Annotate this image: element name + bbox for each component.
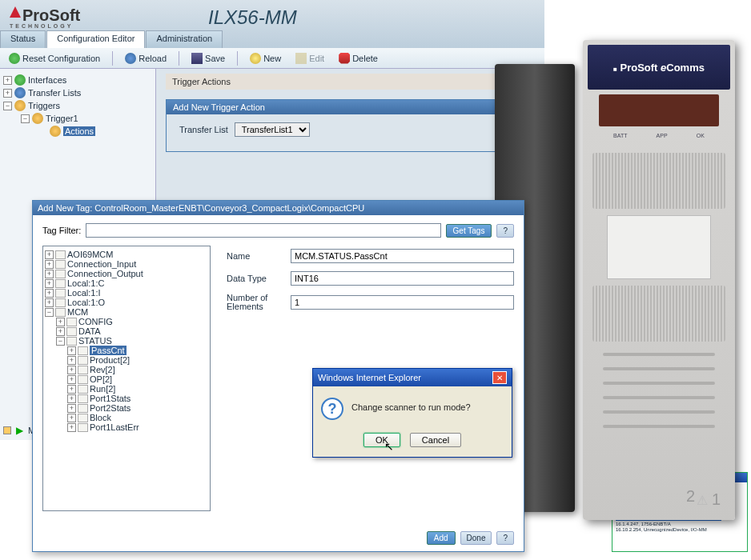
tag-node[interactable]: +DATA bbox=[56, 326, 208, 336]
cancel-button[interactable]: Cancel bbox=[410, 433, 461, 447]
x-icon bbox=[339, 53, 350, 64]
tag-icon bbox=[55, 289, 66, 298]
collapse-icon[interactable]: − bbox=[3, 102, 12, 110]
tag-tree[interactable]: +AOI69MCM +Connection_Input +Connection_… bbox=[42, 246, 211, 511]
brand-logo: ProSoft TECHNOLOGY bbox=[10, 6, 80, 29]
separator bbox=[179, 51, 179, 66]
hw-brand-text: ■ ProSoft eComms bbox=[613, 62, 705, 74]
tag-node[interactable]: +AOI69MCM bbox=[45, 250, 208, 259]
tag-node[interactable]: +Connection_Input bbox=[45, 259, 208, 269]
tag-icon bbox=[55, 250, 66, 259]
actions-icon bbox=[50, 126, 61, 137]
tag-icon bbox=[66, 337, 77, 346]
collapse-icon[interactable]: − bbox=[21, 114, 30, 123]
ie-message: Change scanner to run mode? bbox=[351, 398, 471, 412]
tag-icon bbox=[78, 414, 88, 422]
play-icon[interactable]: ▶ bbox=[16, 425, 23, 436]
hardware-module: ■ ProSoft eComms BATT APP OK 2 ⚠ 1 bbox=[495, 40, 735, 536]
num-input[interactable] bbox=[291, 295, 514, 310]
tag-icon bbox=[66, 318, 77, 326]
tag-node[interactable]: −MCM bbox=[45, 307, 208, 317]
tag-node[interactable]: +Port1LastErr bbox=[67, 422, 208, 432]
tag-node-passcnt[interactable]: +PassCnt bbox=[67, 346, 208, 355]
logo-mark-icon bbox=[10, 6, 21, 18]
tag-node[interactable]: +Product[2] bbox=[67, 355, 208, 365]
get-tags-button[interactable]: Get Tags bbox=[446, 224, 492, 238]
tab-status[interactable]: Status bbox=[0, 30, 46, 48]
transfer-icon bbox=[14, 87, 26, 98]
hw-slot-2: 2 bbox=[686, 487, 695, 506]
ok-button[interactable]: OK↖ bbox=[363, 433, 400, 447]
tag-node[interactable]: +Block bbox=[67, 413, 208, 422]
reset-config-button[interactable]: Reset Configuration bbox=[3, 50, 106, 66]
name-input[interactable] bbox=[291, 249, 514, 263]
expand-icon[interactable]: + bbox=[3, 76, 12, 85]
dialog-footer: Add Done ? bbox=[427, 531, 514, 545]
help-button[interactable]: ? bbox=[496, 531, 514, 545]
inner-panel-body: Transfer List TransferList1 bbox=[167, 114, 534, 151]
tag-node[interactable]: +Port1Stats bbox=[67, 394, 208, 403]
tag-icon bbox=[78, 346, 88, 355]
tree-interfaces[interactable]: +Interfaces bbox=[3, 74, 152, 86]
transfer-list-label: Transfer List bbox=[179, 125, 228, 134]
help-button[interactable]: ? bbox=[496, 224, 514, 238]
dialog-title: Add New Tag: ControlRoom_MasterENBT\Conv… bbox=[33, 201, 524, 215]
app-title: ILX56-MM bbox=[208, 6, 297, 29]
expand-icon[interactable]: + bbox=[3, 89, 12, 98]
question-icon: ? bbox=[321, 398, 343, 420]
reload-icon bbox=[125, 53, 136, 64]
tag-icon bbox=[66, 327, 77, 336]
tag-icon bbox=[78, 385, 88, 394]
tag-filter-input[interactable] bbox=[86, 223, 440, 238]
tag-node[interactable]: +Local:1:I bbox=[45, 288, 208, 298]
new-button[interactable]: New bbox=[244, 50, 287, 66]
hw-lcd bbox=[599, 94, 719, 126]
save-button[interactable]: Save bbox=[186, 50, 231, 66]
tag-icon bbox=[78, 394, 88, 403]
hw-ridge bbox=[603, 396, 715, 399]
tab-strip: Status Configuration Editor Administrati… bbox=[0, 30, 223, 48]
edit-button[interactable]: Edit bbox=[290, 50, 330, 66]
label-app: APP bbox=[657, 133, 668, 138]
hw-label-plate bbox=[607, 215, 711, 279]
recycle-icon bbox=[9, 53, 20, 64]
delete-button[interactable]: Delete bbox=[333, 50, 384, 66]
label-batt: BATT bbox=[613, 133, 627, 138]
inner-panel-title: Add New Trigger Action bbox=[167, 100, 534, 114]
type-input[interactable] bbox=[291, 271, 514, 286]
tree-trigger1[interactable]: −Trigger1 bbox=[21, 112, 152, 125]
app-header: ProSoft TECHNOLOGY ILX56-MM Status Confi… bbox=[0, 0, 544, 48]
label-ok: OK bbox=[697, 133, 705, 138]
tree-triggers[interactable]: −Triggers bbox=[3, 99, 152, 112]
tag-icon bbox=[55, 260, 66, 269]
add-button[interactable]: Add bbox=[427, 531, 456, 545]
tab-admin[interactable]: Administration bbox=[146, 30, 223, 48]
tag-node[interactable]: −STATUS bbox=[56, 336, 208, 346]
tree-actions[interactable]: Actions bbox=[38, 125, 152, 138]
panel-heading: Trigger Actions bbox=[166, 74, 535, 90]
toolbar: Reset Configuration Reload Save New Edit… bbox=[0, 48, 544, 69]
tab-config[interactable]: Configuration Editor bbox=[46, 30, 145, 48]
tag-node[interactable]: +Local:1:C bbox=[45, 278, 208, 288]
reload-button[interactable]: Reload bbox=[119, 50, 172, 66]
tag-node[interactable]: +OP[2] bbox=[67, 374, 208, 384]
tag-node[interactable]: +Port2Stats bbox=[67, 403, 208, 413]
ie-title: Windows Internet Explorer ✕ bbox=[313, 369, 512, 386]
tag-icon bbox=[55, 270, 66, 278]
transfer-list-select[interactable]: TransferList1 bbox=[235, 122, 310, 137]
hw-button-labels: BATT APP OK bbox=[583, 133, 735, 146]
close-button[interactable]: ✕ bbox=[492, 371, 507, 384]
tag-node[interactable]: +CONFIG bbox=[56, 317, 208, 326]
warning-icon: ⚠ 1 bbox=[697, 490, 721, 509]
tag-node[interactable]: +Rev[2] bbox=[67, 365, 208, 374]
ie-title-text: Windows Internet Explorer bbox=[318, 373, 421, 382]
type-label: Data Type bbox=[227, 274, 283, 283]
name-label: Name bbox=[227, 251, 283, 261]
tag-node[interactable]: +Connection_Output bbox=[45, 269, 208, 278]
tag-filter-label: Tag Filter: bbox=[42, 226, 81, 235]
done-button[interactable]: Done bbox=[460, 531, 492, 545]
tree-transfer-lists[interactable]: +Transfer Lists bbox=[3, 86, 152, 99]
brand-subtext: TECHNOLOGY bbox=[10, 23, 80, 29]
tag-node[interactable]: +Run[2] bbox=[67, 384, 208, 394]
tag-node[interactable]: +Local:1:O bbox=[45, 298, 208, 307]
